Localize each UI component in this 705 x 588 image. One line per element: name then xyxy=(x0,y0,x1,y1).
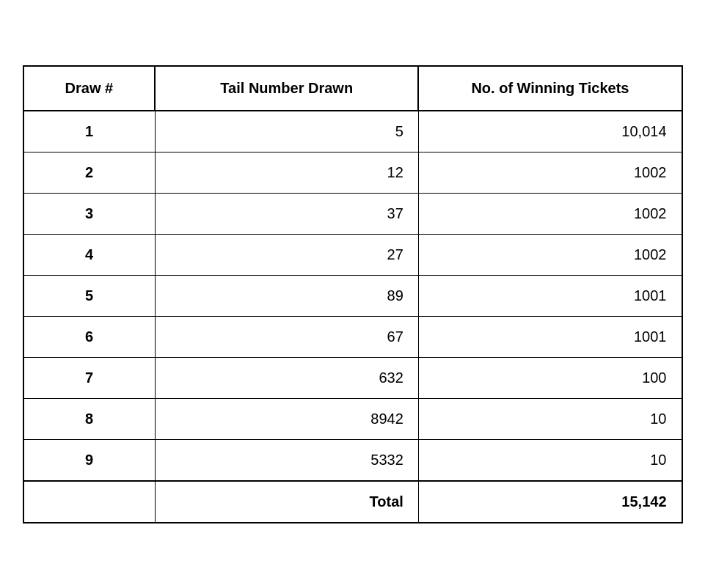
cell-draw-number: 7 xyxy=(23,357,156,398)
cell-winning-tickets: 1002 xyxy=(418,152,682,193)
cell-draw-number: 6 xyxy=(23,316,156,357)
cell-draw-number: 5 xyxy=(23,275,156,316)
cell-tail-number: 27 xyxy=(155,234,418,275)
total-empty-draw xyxy=(23,481,156,523)
table-row: 6671001 xyxy=(23,316,682,357)
cell-tail-number: 5 xyxy=(155,111,418,152)
cell-draw-number: 8 xyxy=(23,398,156,439)
cell-draw-number: 4 xyxy=(23,234,156,275)
cell-tail-number: 632 xyxy=(155,357,418,398)
cell-winning-tickets: 10 xyxy=(418,398,682,439)
table-row: 7632100 xyxy=(23,357,682,398)
cell-winning-tickets: 1001 xyxy=(418,275,682,316)
cell-draw-number: 1 xyxy=(23,111,156,152)
lottery-table: Draw # Tail Number Drawn No. of Winning … xyxy=(23,65,683,523)
total-winning-tickets: 15,142 xyxy=(418,481,682,523)
table-row: 9533210 xyxy=(23,439,682,481)
cell-winning-tickets: 1002 xyxy=(418,234,682,275)
cell-tail-number: 37 xyxy=(155,193,418,234)
table-row: 4271002 xyxy=(23,234,682,275)
cell-tail-number: 67 xyxy=(155,316,418,357)
header-winning-tickets: No. of Winning Tickets xyxy=(418,66,682,111)
header-tail-number: Tail Number Drawn xyxy=(155,66,418,111)
cell-draw-number: 9 xyxy=(23,439,156,481)
total-row: Total15,142 xyxy=(23,481,682,523)
cell-draw-number: 3 xyxy=(23,193,156,234)
table-row: 2121002 xyxy=(23,152,682,193)
cell-winning-tickets: 10,014 xyxy=(418,111,682,152)
cell-winning-tickets: 10 xyxy=(418,439,682,481)
header-draw: Draw # xyxy=(23,66,156,111)
header-row: Draw # Tail Number Drawn No. of Winning … xyxy=(23,66,682,111)
table-row: 5891001 xyxy=(23,275,682,316)
total-label: Total xyxy=(155,481,418,523)
table-container: Draw # Tail Number Drawn No. of Winning … xyxy=(23,65,683,523)
table-row: 8894210 xyxy=(23,398,682,439)
cell-winning-tickets: 100 xyxy=(418,357,682,398)
cell-tail-number: 8942 xyxy=(155,398,418,439)
cell-tail-number: 12 xyxy=(155,152,418,193)
cell-winning-tickets: 1002 xyxy=(418,193,682,234)
cell-draw-number: 2 xyxy=(23,152,156,193)
table-row: 1510,014 xyxy=(23,111,682,152)
cell-tail-number: 89 xyxy=(155,275,418,316)
cell-tail-number: 5332 xyxy=(155,439,418,481)
table-row: 3371002 xyxy=(23,193,682,234)
cell-winning-tickets: 1001 xyxy=(418,316,682,357)
